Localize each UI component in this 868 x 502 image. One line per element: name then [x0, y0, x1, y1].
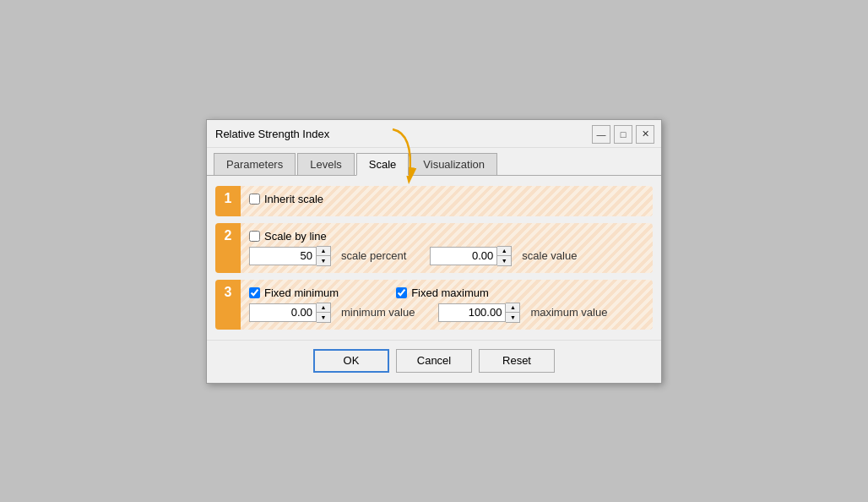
section-2-number: 2	[215, 223, 241, 273]
scale-percent-label: scale percent	[341, 249, 406, 262]
tab-parameters[interactable]: Parameters	[214, 153, 296, 175]
dialog-footer: OK Cancel Reset	[207, 340, 661, 383]
scale-value-spinner: ▲ ▼	[497, 246, 512, 266]
scale-percent-down[interactable]: ▼	[317, 256, 330, 265]
scale-percent-spinner: ▲ ▼	[317, 246, 331, 266]
max-value-down[interactable]: ▼	[506, 313, 519, 322]
section-3-fields-row: ▲ ▼ minimum value ▲ ▼ maximum value	[249, 303, 644, 323]
min-value-label: minimum value	[341, 306, 415, 319]
scale-value-group: ▲ ▼	[430, 246, 512, 266]
scale-percent-up[interactable]: ▲	[317, 247, 330, 256]
fixed-maximum-label[interactable]: Fixed maximum	[396, 286, 489, 299]
fixed-minimum-text: Fixed minimum	[264, 286, 339, 299]
title-bar: Relative Strength Index — □ ✕	[207, 120, 661, 148]
tab-bar: Parameters Levels Scale Visualization	[207, 148, 661, 176]
section-3-number: 3	[215, 280, 241, 330]
cancel-button[interactable]: Cancel	[396, 349, 472, 373]
min-value-spinner: ▲ ▼	[317, 303, 331, 323]
min-value-input[interactable]	[249, 303, 317, 322]
section-2: 2 Scale by line ▲ ▼	[215, 223, 653, 273]
maximize-button[interactable]: □	[614, 125, 632, 144]
minimize-button[interactable]: —	[592, 125, 610, 144]
section-2-fields-row: ▲ ▼ scale percent ▲ ▼ scale value	[249, 246, 644, 266]
min-value-group: ▲ ▼	[249, 303, 331, 323]
reset-button[interactable]: Reset	[479, 349, 555, 373]
max-value-label: maximum value	[530, 306, 607, 319]
inherit-scale-label[interactable]: Inherit scale	[249, 193, 323, 205]
section-3: 3 Fixed minimum Fixed maximum	[215, 280, 653, 330]
fixed-maximum-checkbox[interactable]	[396, 287, 407, 298]
section-1-row: Inherit scale	[249, 193, 644, 205]
window-controls: — □ ✕	[592, 125, 654, 144]
fixed-minimum-checkbox[interactable]	[249, 287, 260, 298]
ok-button[interactable]: OK	[313, 349, 389, 373]
dialog-window: Relative Strength Index — □ ✕ Parameters…	[206, 119, 662, 384]
close-button[interactable]: ✕	[636, 125, 654, 144]
section-1-number: 1	[215, 186, 241, 216]
section-2-checkbox-row: Scale by line	[249, 230, 644, 243]
fixed-maximum-text: Fixed maximum	[411, 286, 489, 299]
section-3-body: Fixed minimum Fixed maximum ▲ ▼	[241, 280, 653, 330]
section-2-body: Scale by line ▲ ▼ scale percent	[241, 223, 653, 273]
section-3-checkboxes-row: Fixed minimum Fixed maximum	[249, 286, 644, 299]
tab-levels[interactable]: Levels	[297, 153, 355, 175]
scale-by-line-label[interactable]: Scale by line	[249, 230, 327, 243]
max-value-spinner: ▲ ▼	[506, 303, 520, 323]
inherit-scale-checkbox[interactable]	[249, 194, 260, 205]
section-1: 1 Inherit scale	[215, 186, 653, 216]
fixed-minimum-label[interactable]: Fixed minimum	[249, 286, 339, 299]
scale-value-down[interactable]: ▼	[497, 256, 511, 265]
scale-by-line-text: Scale by line	[264, 230, 327, 243]
scale-percent-group: ▲ ▼	[249, 246, 331, 266]
scale-by-line-checkbox[interactable]	[249, 231, 260, 242]
scale-value-label: scale value	[522, 249, 577, 262]
tab-content: 1 Inherit scale 2 Scale by line	[207, 176, 661, 340]
max-value-input[interactable]	[438, 303, 506, 322]
scale-percent-input[interactable]	[249, 247, 317, 265]
scale-value-up[interactable]: ▲	[497, 247, 511, 256]
min-value-down[interactable]: ▼	[317, 313, 330, 322]
tab-scale[interactable]: Scale	[356, 153, 410, 176]
max-value-group: ▲ ▼	[438, 303, 520, 323]
scale-value-input[interactable]	[430, 247, 497, 265]
tab-visualization[interactable]: Visualization	[410, 153, 497, 175]
min-value-up[interactable]: ▲	[317, 303, 330, 313]
inherit-scale-text: Inherit scale	[264, 193, 323, 205]
max-value-up[interactable]: ▲	[506, 303, 519, 313]
window-title: Relative Strength Index	[215, 128, 329, 140]
section-1-body: Inherit scale	[241, 186, 653, 216]
